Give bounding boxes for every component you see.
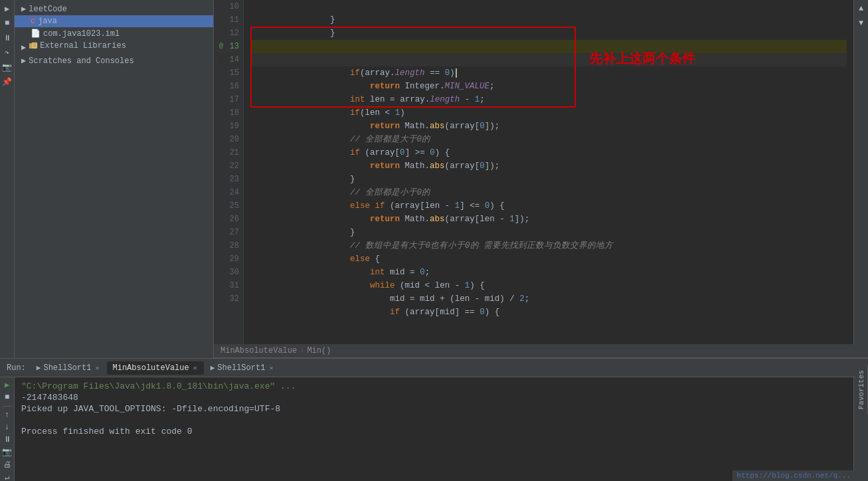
code-editor: 10 11 12 @13 14 15 16 17 18 19 20 21 22 … bbox=[214, 0, 868, 344]
panel-left-actions: ▶ ■ ↑ ↓ ⏸ 📷 🖨 ↵ bbox=[0, 377, 15, 481]
pause-button[interactable]: ⏸ bbox=[1, 32, 13, 44]
code-line-20: if (array[0] >= 0) { bbox=[250, 133, 847, 146]
run-label: Run: bbox=[3, 363, 30, 373]
editor-area: 10 11 12 @13 14 15 16 17 18 19 20 21 22 … bbox=[214, 0, 868, 358]
sidebar-item-leetcode[interactable]: ▶ leetCode bbox=[15, 3, 213, 15]
console-line-2: -2147483648 bbox=[21, 393, 847, 403]
screenshot-btn[interactable]: 📷 bbox=[1, 61, 13, 73]
code-line-32: if (array[mid] == 0) { bbox=[250, 292, 847, 306]
left-action-bar: ▶ ■ ⏸ ↷ 📷 📌 bbox=[0, 0, 15, 358]
breadcrumb: MinAbsoluteValue › Min() bbox=[214, 344, 868, 358]
code-line-22: } bbox=[250, 159, 847, 173]
sidebar-item-iml[interactable]: 📄 com.java1023.iml bbox=[15, 27, 213, 40]
tab-icon-run2: ▶ bbox=[211, 363, 215, 372]
right-btn-2[interactable]: ▼ bbox=[855, 17, 867, 29]
code-line-29: int mid = 0; bbox=[250, 252, 847, 266]
panel-tab-bar: Run: ▶ ShellSort1 ✕ MinAbsoluteValue ✕ ▶… bbox=[0, 359, 868, 377]
scroll-down[interactable]: ↓ bbox=[1, 423, 13, 432]
right-action-bar: ▲ ▼ bbox=[853, 0, 868, 344]
code-line-12 bbox=[250, 27, 847, 40]
sidebar-item-label: Scratches and Consoles bbox=[29, 56, 133, 66]
camera-panel[interactable]: 📷 bbox=[1, 447, 13, 457]
url-bar: https://blog.csdn.net/q... bbox=[733, 470, 855, 481]
console-line-5: Process finished with exit code 0 bbox=[21, 427, 847, 436]
step-over[interactable]: ↷ bbox=[1, 47, 13, 58]
folder-icon: ▶ bbox=[21, 4, 26, 14]
console-line-3: Picked up JAVA_TOOL_OPTIONS: -Dfile.enco… bbox=[21, 404, 847, 414]
code-line-14: if(array.length == 0) bbox=[250, 53, 847, 66]
code-line-13: public static int Min(int array[]) { bbox=[250, 40, 847, 53]
play-btn[interactable]: ▶ bbox=[1, 380, 13, 390]
code-line-11: } bbox=[250, 13, 847, 27]
code-line-31: mid = mid + (len - mid) / 2; bbox=[250, 279, 847, 292]
console-line-1: "C:\Program Files\Java\jdk1.8.0_181\bin\… bbox=[21, 381, 847, 391]
code-line-10: } bbox=[250, 0, 847, 13]
console-line-4 bbox=[21, 415, 847, 425]
sidebar-item-label: External Libraries bbox=[29, 41, 126, 53]
stop-btn[interactable]: ■ bbox=[1, 393, 13, 402]
pause-panel[interactable]: ⏸ bbox=[1, 434, 13, 444]
sidebar-item-external-libraries[interactable]: ▶ External Libraries bbox=[15, 40, 213, 54]
stop-button[interactable]: ■ bbox=[1, 17, 13, 29]
project-tree: ▶ leetCode c java 📄 com.java1023.iml ▶ E… bbox=[15, 0, 213, 358]
panel-tab-shellsort1[interactable]: ▶ ShellSort1 ✕ bbox=[31, 361, 106, 375]
sidebar-item-label: java bbox=[38, 17, 57, 26]
panel-tab-shellsort1b[interactable]: ▶ ShellSort1 ✕ bbox=[205, 361, 280, 375]
project-sidebar: ▶ leetCode c java 📄 com.java1023.iml ▶ E… bbox=[15, 0, 214, 358]
code-content[interactable]: 先补上这两个条件 } } public static int Min(int a bbox=[244, 0, 853, 344]
code-line-17: if(len < 1) bbox=[250, 93, 847, 106]
panel-tab-minabs[interactable]: MinAbsoluteValue ✕ bbox=[107, 361, 203, 375]
favorites-label[interactable]: Favorites bbox=[855, 365, 868, 415]
sidebar-item-label: leetCode bbox=[29, 5, 67, 14]
code-lines: 先补上这两个条件 } } public static int Min(int a bbox=[250, 0, 847, 306]
wrap-panel[interactable]: ↵ bbox=[1, 472, 13, 481]
run-button[interactable]: ▶ bbox=[1, 3, 13, 15]
tab-close-shellsort1[interactable]: ✕ bbox=[94, 364, 100, 372]
tab-icon-run: ▶ bbox=[37, 363, 41, 372]
sidebar-item-label: com.java1023.iml bbox=[43, 29, 120, 39]
pin-btn[interactable]: 📌 bbox=[1, 76, 13, 88]
console-output: "C:\Program Files\Java\jdk1.8.0_181\bin\… bbox=[15, 377, 853, 481]
folder-icon: ▶ bbox=[21, 43, 26, 52]
code-line-16: int len = array.length - 1; bbox=[250, 80, 847, 93]
tab-close-shellsort1b[interactable]: ✕ bbox=[268, 364, 274, 372]
code-line-25: return Math.abs(array[len - 1]); bbox=[250, 199, 847, 213]
code-line-19: // 全部都是大于0的 bbox=[250, 120, 847, 133]
separator bbox=[2, 406, 13, 407]
code-line-23: // 全部都是小于0的 bbox=[250, 173, 847, 186]
print-panel[interactable]: 🖨 bbox=[1, 460, 13, 470]
scratches-icon: ▶ bbox=[21, 56, 26, 66]
sidebar-item-java[interactable]: c java bbox=[15, 15, 213, 27]
code-line-27: // 数组中是有大于0也有小于0的 需要先找到正数与负数交界的地方 bbox=[250, 226, 847, 239]
code-line-18: return Math.abs(array[0]); bbox=[250, 106, 847, 120]
iml-icon: 📄 bbox=[31, 29, 41, 39]
line-numbers: 10 11 12 @13 14 15 16 17 18 19 20 21 22 … bbox=[214, 0, 244, 344]
bottom-panel: Run: ▶ ShellSort1 ✕ MinAbsoluteValue ✕ ▶… bbox=[0, 358, 868, 481]
tab-close-minabs[interactable]: ✕ bbox=[192, 364, 199, 372]
code-line-15: return Integer.MIN_VALUE; bbox=[250, 66, 847, 80]
svg-rect-1 bbox=[32, 43, 37, 48]
annotation-icon: @ bbox=[219, 40, 223, 53]
code-line-24: else if (array[len - 1] <= 0) { bbox=[250, 186, 847, 199]
code-line-21: return Math.abs(array[0]); bbox=[250, 146, 847, 159]
code-line-28: else { bbox=[250, 239, 847, 252]
java-file-icon: c bbox=[31, 17, 35, 26]
right-btn-1[interactable]: ▲ bbox=[855, 3, 867, 15]
sidebar-item-scratches[interactable]: ▶ Scratches and Consoles bbox=[15, 54, 213, 67]
code-line-30: while (mid < len - 1) { bbox=[250, 266, 847, 279]
code-line-26: } bbox=[250, 213, 847, 226]
breadcrumb-method: Min() bbox=[307, 346, 331, 355]
scroll-up[interactable]: ↑ bbox=[1, 411, 13, 420]
breadcrumb-file: MinAbsoluteValue bbox=[220, 346, 297, 355]
